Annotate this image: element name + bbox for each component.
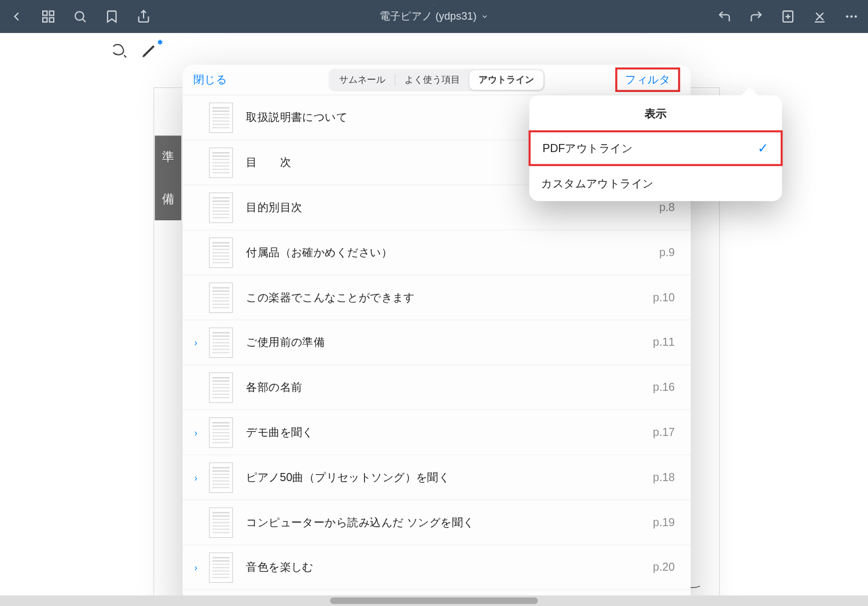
page-thumbnail (209, 192, 233, 223)
seg-outline[interactable]: アウトライン (469, 70, 543, 90)
filter-popover: 表示 PDFアウトライン✓カスタムアウトライン (529, 95, 782, 201)
outline-page-number: p.18 (653, 471, 675, 484)
page-thumbnail (209, 552, 233, 583)
add-page-icon[interactable] (781, 9, 795, 24)
outline-title: 付属品（お確かめください） (246, 245, 659, 260)
svg-rect-0 (43, 11, 47, 15)
seg-thumbnail[interactable]: サムネール (330, 70, 395, 90)
panel-header: 閉じる サムネール よく使う項目 アウトライン フィルタ (183, 65, 691, 95)
pen-tool-icon[interactable]: ✱ (140, 42, 157, 60)
drag-handle-dots: ⋯ (431, 3, 436, 8)
search-icon[interactable] (73, 9, 87, 24)
filter-option[interactable]: カスタムアウトライン (529, 165, 782, 201)
svg-point-15 (855, 16, 857, 18)
outline-row[interactable]: ›音色を楽しむp.20 (183, 545, 691, 590)
back-icon[interactable] (9, 9, 24, 24)
close-button[interactable]: 閉じる (193, 72, 227, 87)
close-x-icon[interactable] (812, 9, 827, 24)
outline-row[interactable]: 各部の名前p.16 (183, 365, 691, 411)
outline-title: 音色を楽しむ (246, 560, 653, 575)
outline-page-number: p.10 (653, 291, 675, 304)
document-title[interactable]: 電子ピアノ (ydps31) (380, 10, 488, 24)
document-title-text: 電子ピアノ (ydps31) (380, 10, 477, 24)
popover-header: 表示 (529, 95, 782, 131)
outline-page-number: p.8 (659, 201, 675, 214)
outline-page-number: p.19 (653, 516, 675, 529)
page-thumbnail (209, 282, 233, 313)
outline-title: 各部の名前 (246, 380, 653, 395)
svg-rect-2 (43, 18, 47, 22)
outline-page-number: p.11 (653, 336, 675, 349)
filter-option-label: PDFアウトライン (543, 141, 632, 156)
page-thumbnail (209, 327, 233, 358)
grid-icon[interactable] (41, 9, 56, 24)
view-segmented-control: サムネール よく使う項目 アウトライン (329, 68, 545, 91)
outline-page-number: p.20 (653, 561, 675, 574)
side-tab-char2: 備 (162, 191, 174, 207)
page-thumbnail (209, 147, 233, 178)
svg-rect-3 (50, 18, 54, 22)
outline-title: この楽器でこんなことができます (246, 290, 653, 305)
filter-option-label: カスタムアウトライン (541, 176, 653, 191)
page-thumbnail (209, 462, 233, 493)
outline-row[interactable]: コンピューターから読み込んだ ソングを聞くp.19 (183, 500, 691, 545)
check-icon: ✓ (757, 141, 768, 156)
outline-row[interactable]: この楽器でこんなことができますp.10 (183, 275, 691, 320)
expand-chevron-icon[interactable]: › (183, 337, 209, 348)
canvas-area: ✱ 準 備 閉じる サムネール (0, 33, 868, 606)
svg-point-14 (850, 16, 852, 18)
outline-row[interactable]: ›デモ曲を聞くp.17 (183, 410, 691, 455)
filter-button[interactable]: フィルタ (615, 68, 680, 92)
seg-favorites[interactable]: よく使う項目 (395, 70, 469, 90)
svg-rect-1 (50, 11, 54, 15)
outline-page-number: p.9 (659, 246, 675, 259)
outline-page-number: p.16 (653, 380, 675, 394)
bookmark-icon[interactable] (105, 9, 119, 24)
top-toolbar: ⋯ 電子ピアノ (ydps31) (0, 0, 868, 33)
outline-title: ピアノ50曲（プリセットソング）を聞く (246, 470, 653, 485)
outline-page-number: p.17 (653, 426, 675, 439)
outline-row[interactable]: 付属品（お確かめください）p.9 (183, 230, 691, 275)
outline-row[interactable]: ›ご使用前の準備p.11 (183, 320, 691, 365)
expand-chevron-icon[interactable]: › (183, 472, 209, 482)
bluetooth-indicator-icon: ✱ (157, 38, 163, 46)
share-icon[interactable] (137, 9, 151, 24)
outline-title: デモ曲を聞く (246, 425, 653, 440)
outline-title: コンピューターから読み込んだ ソングを聞く (246, 515, 653, 530)
page-thumbnail (209, 372, 233, 403)
page-scrollbar[interactable] (0, 596, 868, 606)
expand-chevron-icon[interactable]: › (183, 427, 209, 438)
chevron-down-icon (480, 13, 488, 21)
side-tab-char1: 準 (162, 149, 174, 164)
outline-title: ご使用前の準備 (246, 335, 653, 350)
page-thumbnail (209, 237, 233, 268)
lasso-tool-icon[interactable] (111, 42, 128, 60)
page-thumbnail (209, 102, 233, 133)
outline-row[interactable]: ›ピアノ50曲（プリセットソング）を聞くp.18 (183, 455, 691, 500)
expand-chevron-icon[interactable]: › (183, 562, 209, 572)
page-thumbnail (209, 417, 233, 448)
filter-option[interactable]: PDFアウトライン✓ (528, 130, 782, 166)
svg-point-13 (846, 16, 848, 18)
redo-icon[interactable] (749, 9, 763, 24)
side-tab[interactable]: 準 備 (155, 136, 182, 220)
svg-point-4 (75, 12, 84, 20)
undo-icon[interactable] (717, 9, 731, 24)
scrollbar-thumb[interactable] (330, 597, 538, 604)
svg-line-5 (83, 19, 86, 22)
outline-title: 目的別目次 (246, 200, 659, 215)
page-thumbnail (209, 507, 233, 538)
more-icon[interactable] (844, 9, 859, 24)
